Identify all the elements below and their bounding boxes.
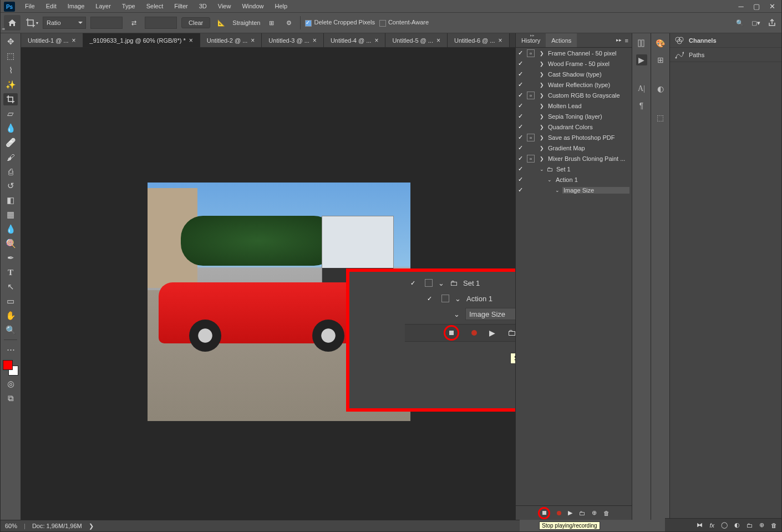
check-icon[interactable]: ✓ [516,60,525,67]
menu-filter[interactable]: Filter [169,1,193,11]
crop-tool[interactable] [3,93,18,105]
straighten-icon[interactable]: 📐 [215,16,228,29]
menu-help[interactable]: Help [270,1,293,11]
new-layer-icon[interactable]: ⊕ [759,521,764,529]
close-tab-icon[interactable]: × [189,37,193,44]
expand-icon[interactable]: ❯ [539,72,545,77]
expand-icon[interactable]: ⌄ [539,166,545,172]
hand-tool[interactable]: ✋ [3,310,18,322]
zoom-tool[interactable]: 🔍 [3,324,18,336]
action-row[interactable]: ✓▫❯Mixer Brush Cloning Paint ... [516,153,632,164]
action-set-name[interactable]: Set 1 [463,279,480,287]
panel-menu-icon[interactable]: ≡ [625,37,628,44]
action-row[interactable]: ✓❯Molten Lead [516,100,632,111]
check-icon[interactable]: ✓ [516,144,525,151]
check-icon[interactable]: ✓ [516,186,525,194]
action-row[interactable]: ✓❯Cast Shadow (type) [516,69,632,79]
dialog-toggle[interactable] [425,279,433,287]
brush-settings-icon[interactable] [636,38,647,49]
home-button[interactable] [4,15,21,31]
expand-icon[interactable]: ❯ [539,145,545,151]
actions-tab[interactable]: Actions [546,33,577,47]
close-button[interactable]: ✕ [768,2,776,10]
check-icon[interactable]: ✓ [516,134,525,141]
crop-height-input[interactable] [145,17,177,29]
expand-icon[interactable]: ⌄ [454,310,460,318]
dialog-toggle[interactable]: ▫ [527,92,535,99]
search-icon[interactable]: 🔍 [736,19,744,27]
clear-button[interactable]: Clear [181,17,210,28]
document-tab[interactable]: Untitled-1 @ ...× [21,33,83,47]
lasso-tool[interactable]: ⌇ [3,64,18,77]
close-tab-icon[interactable]: × [72,37,76,44]
crop-width-input[interactable] [90,17,123,29]
aspect-ratio-dropdown[interactable]: Ratio [43,17,86,29]
expand-icon[interactable]: ⌄ [455,295,461,303]
new-set-button[interactable]: 🗀 [579,510,585,516]
dialog-toggle[interactable] [441,295,449,302]
layer-style-icon[interactable]: fx [709,522,714,529]
check-icon[interactable]: ✓ [516,102,525,109]
link-layers-icon[interactable]: ⧓ [697,521,703,529]
expand-icon[interactable]: ❯ [539,61,545,67]
new-set-button[interactable]: 🗀 [507,328,515,338]
path-selection-tool[interactable]: ↖ [3,281,18,293]
dialog-toggle[interactable] [527,113,535,120]
expand-icon[interactable]: ❯ [539,114,545,119]
layer-mask-icon[interactable]: ◯ [721,521,728,529]
action-name[interactable]: Action 1 [466,295,492,303]
dodge-tool[interactable]: 🍭 [3,237,18,250]
color-swatches[interactable] [3,360,18,376]
content-aware-checkbox[interactable]: Content-Aware [379,19,429,26]
document-tab[interactable]: Untitled-2 @ ...× [200,33,262,47]
action-row[interactable]: ✓❯Wood Frame - 50 pixel [516,58,632,69]
menu-edit[interactable]: Edit [40,1,62,11]
channels-panel-button[interactable]: Channels [670,33,781,48]
action-row[interactable]: ✓▫❯Save as Photoshop PDF [516,132,632,143]
straighten-label[interactable]: Straighten [232,19,260,26]
menu-type[interactable]: Type [116,1,141,11]
action-row[interactable]: ✓⌄Action 1 [516,174,632,185]
menu-window[interactable]: Window [236,1,269,11]
swap-dimensions-button[interactable]: ⇄ [127,16,140,29]
check-icon[interactable]: ✓ [516,123,525,130]
expand-icon[interactable]: ⌄ [438,279,444,287]
action-row[interactable]: ✓❯Gradient Map [516,143,632,153]
dialog-toggle[interactable] [527,165,535,173]
healing-brush-tool[interactable]: 🩹 [3,136,18,149]
zoom-level[interactable]: 60% [5,523,17,529]
check-icon[interactable]: ✓ [516,155,525,162]
expand-icon[interactable]: ❯ [539,103,545,109]
type-tool[interactable]: T [3,266,18,278]
character-icon[interactable]: A| [636,83,647,94]
menu-image[interactable]: Image [62,1,90,11]
doc-size[interactable]: Doc: 1,96M/1,96M [32,523,82,529]
menu-view[interactable]: View [212,1,237,11]
expand-icon[interactable]: ❯ [539,82,545,88]
clone-stamp-tool[interactable]: ⎙ [3,165,18,178]
screen-mode-toggle[interactable]: ⧉ [3,392,18,404]
dialog-toggle[interactable] [527,144,535,152]
collapse-icon[interactable]: ▸▸ [616,37,622,44]
eraser-tool[interactable]: ◧ [3,194,18,206]
foreground-color-swatch[interactable] [3,360,13,370]
marquee-tool[interactable]: ⬚ [3,50,18,62]
color-icon[interactable]: 🎨 [655,38,666,49]
play-button[interactable]: ▶ [489,328,495,337]
record-button[interactable] [471,330,477,336]
check-icon[interactable]: ✓ [516,81,525,88]
paths-panel-button[interactable]: Paths [670,48,781,62]
magic-wand-tool[interactable]: ✨ [3,79,18,91]
pen-tool[interactable]: ✒ [3,252,18,264]
dialog-toggle[interactable]: ▫ [527,134,535,141]
action-row[interactable]: ✓⌄🗀Set 1 [516,164,632,174]
new-action-button[interactable]: ⊕ [592,509,597,516]
menu-3d[interactable]: 3D [194,1,212,11]
dialog-toggle[interactable] [527,60,535,68]
expand-icon[interactable]: ❯ [539,156,545,161]
document-tab[interactable]: Untitled-6 @ ...× [448,33,510,47]
action-row[interactable]: ✓▫❯Frame Channel - 50 pixel [516,48,632,58]
menu-file[interactable]: File [19,1,40,11]
quick-mask-toggle[interactable]: ◎ [3,378,18,390]
expand-icon[interactable]: ⌄ [555,188,560,193]
